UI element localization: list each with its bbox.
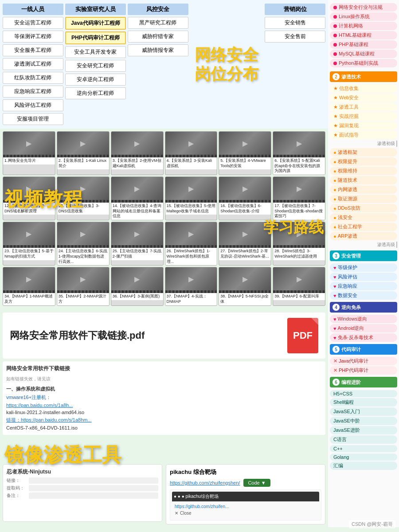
video-thumb: 37.【NMAP】4-实战：DNMAP — [165, 267, 218, 305]
thumb-img — [219, 267, 271, 290]
job-item: 红队攻防工程师 — [3, 72, 63, 84]
thumb-img — [111, 177, 163, 200]
thumb-caption: 16.【被动信息收集】6-Shodan信息收集-介绍 — [219, 203, 271, 215]
stage-number: 6 — [332, 379, 340, 386]
thumb-caption: 15.【被动信息收集】5-使用Maltego收集子域名信息 — [165, 203, 217, 215]
rm-label: 汇编 — [333, 462, 343, 469]
rm-tag: ● 权限提升 — [330, 157, 397, 166]
pikachu-box: pikachu 综合靶场 https://github.com/zhuifeng… — [166, 464, 325, 524]
thumb-caption: 25.【主动信息收集】7-实战2-僵尸扫描 — [111, 248, 163, 260]
rm-tag: ★ Web安全 — [330, 94, 397, 102]
download-note: 如有链接失效，请见谅 — [6, 375, 322, 383]
thumb-caption: 27.【WireShark抓包】2-常见协议-启动WireShark-基... — [219, 248, 271, 260]
thumb-caption: 4.【安装系统】3-安装Kali虚拟机 — [165, 157, 217, 169]
thumb-caption: 1.网络安全先导片 — [3, 157, 55, 164]
rm-dot — [333, 52, 337, 56]
rm-label: 实战挖掘 — [339, 113, 359, 120]
center-title-line2: 岗位分布 — [195, 64, 258, 83]
thumb-img — [111, 222, 163, 245]
heart-icon: ♥ — [333, 274, 336, 280]
video-label: 视频教程 — [4, 186, 82, 212]
sys-row-code: 提取码： — [7, 485, 158, 491]
pikachu-link-row: https://github.com/zhuifengshen/ Code ▼ — [170, 479, 321, 487]
rm-tag: ★ 面试指导 — [330, 131, 397, 139]
code-button[interactable]: Code ▼ — [243, 479, 270, 487]
thumb-caption: 3.【安装系统】2-使用VM创建Kali虚拟机 — [111, 157, 163, 169]
rm-tag: Golang — [330, 454, 397, 461]
rm-tag: ● 权限维持 — [330, 167, 397, 175]
pikachu-screenshot: ● ● ● pikachu综合靶场 https://github.com/zhu… — [170, 489, 321, 520]
rm-tag: ● 内网渗透 — [330, 185, 397, 194]
pdf-section: 网络安全常用软件下载链接.pdf PDF — [3, 313, 325, 359]
heart-icon: ♥ — [333, 317, 336, 322]
rm-label: Java代码审计 — [339, 358, 368, 364]
video-thumb: 38.【NMAP】5-NFSSI.js全体 — [219, 267, 271, 305]
pikachu-link[interactable]: https://github.com/zhuifengshen/ — [170, 480, 240, 485]
heart-icon: ♥ — [333, 335, 336, 340]
rm-tag: ♥ 免杀·反杀毒技术 — [330, 333, 397, 342]
download-link-2[interactable]: 链接：https://pan.baidu.com/s/1a8hm... — [6, 416, 322, 424]
rm-label: 应急响应 — [338, 283, 357, 289]
rm-foundation: 网络安全行业与法规 Linux操作系统 计算机网络 HTML基础课程 PHP基础… — [330, 3, 397, 68]
rm-label: ARP渗透 — [338, 233, 358, 239]
rm-tag: ✕ Java代码审计 — [330, 357, 397, 365]
job-item: 安全工具开发专家 — [65, 46, 126, 58]
dot-icon: ● — [333, 187, 336, 192]
thumb-img — [57, 222, 109, 245]
rm-label: 隧道技术 — [338, 177, 357, 184]
dot-icon: ● — [333, 159, 336, 164]
video-thumb: 3.【安装系统】2-使用VM创建Kali虚拟机 — [111, 131, 164, 175]
download-file-2: CentOS-7-x86_64-DVD-1611.iso — [6, 424, 322, 431]
stage-label: 逆向免杀 — [341, 304, 361, 311]
rm-tag: ♥ 风险评估 — [330, 273, 397, 281]
rm-label: 渗透框架 — [338, 149, 357, 156]
mirror-section: 镜像渗透工具 忍者系统-Ninjutsu 链接： 提取码： 备注： — [0, 438, 328, 527]
heart-icon: ♥ — [333, 326, 336, 331]
job-col-sales: 营销岗位 安全销售 安全售前 — [265, 4, 325, 125]
rm-tag: 计算机网络 — [330, 22, 397, 30]
rm-tag: ★ 漏洞复现 — [330, 121, 397, 130]
video-row-4: 34.【NMAP】1-NMAP概述及方 35.【NMAP】2-NMAP源汁方 3… — [3, 267, 325, 305]
rm-tag: ● 社会工程学 — [330, 223, 397, 231]
thumb-img — [57, 132, 109, 155]
pikachu-title: pikachu 综合靶场 — [170, 468, 321, 476]
video-thumb: 17.【被动信息收集】7-Shodan信息收集-shodan搜索技巧 — [273, 176, 325, 220]
dot-icon: ● — [333, 178, 336, 183]
stage-reverse: 4 逆向免杀 — [330, 302, 397, 313]
col-header-frontline: 一线人员 — [3, 4, 63, 15]
video-thumb: 6.【安装系统】5-配置Kali的apt命令在线安装包的源为国内源 — [273, 131, 325, 175]
rm-label: Python基础到实战 — [339, 60, 378, 66]
job-item: 安卓逆向工程师 — [65, 74, 126, 86]
rm-label: Golang — [333, 454, 349, 460]
thumb-img — [111, 132, 163, 155]
rm-tag: ★ 实战挖掘 — [330, 112, 397, 121]
rm-tag: 汇编 — [330, 462, 397, 470]
rm-label: 免杀·反杀毒技术 — [338, 334, 373, 341]
rm-tag: MySQL基础课程 — [330, 50, 397, 58]
thumb-img — [165, 132, 217, 155]
dot-icon: ● — [333, 206, 336, 211]
rm-tag: Linux操作系统 — [330, 12, 397, 21]
rm-tag: Python基础到实战 — [330, 59, 397, 67]
pdf-icon-text: PDF — [293, 330, 313, 341]
learning-path-label: 学习路线 — [263, 217, 324, 238]
job-item: 风险评估工程师 — [3, 99, 63, 111]
job-item: 威胁情报专家 — [128, 44, 188, 56]
sys-label: 提取码： — [7, 485, 29, 491]
rm-dot — [333, 43, 337, 47]
thumb-caption: 28.【WireS抓包】3-WireShark的过滤器使用 — [273, 248, 325, 260]
thumb-img — [165, 177, 217, 200]
center-title-line1: 网络安全 — [195, 45, 258, 64]
thumb-img — [273, 132, 325, 155]
download-link[interactable]: https://pan.baidu.com/s/1a8h... — [6, 402, 322, 409]
thumb-img — [219, 177, 271, 200]
level-label-advanced: 渗透高级 — [330, 242, 397, 248]
stage-number: 5 — [332, 346, 340, 353]
star-icon: ★ — [333, 123, 338, 129]
dot-icon: ● — [333, 196, 336, 202]
job-item: 渗透测试工程师 — [3, 58, 63, 70]
job-item: 威胁狩猎专家 — [128, 31, 188, 43]
video-section: 视频教程 学习路线 1.网络安全先导片 2.【安装系统】1-Kali Linux… — [0, 129, 328, 310]
stage-programming: 6 编程进阶 — [330, 377, 397, 387]
thumb-caption: 6.【安装系统】5-配置Kali的apt命令在线安装包的源为国内源 — [273, 157, 325, 175]
